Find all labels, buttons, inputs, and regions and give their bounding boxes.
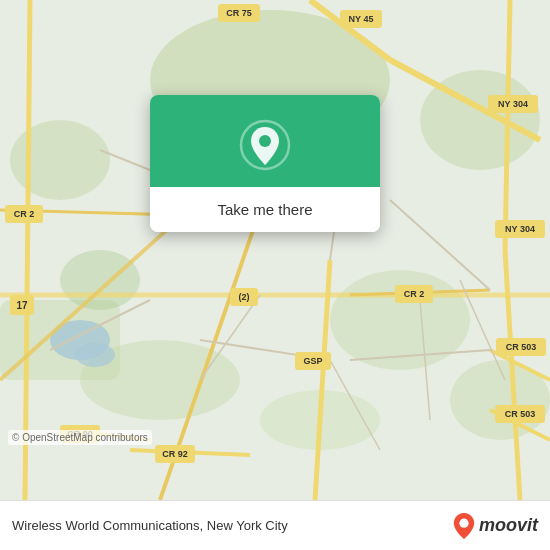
location-pin-icon bbox=[239, 119, 291, 171]
svg-text:NY 304: NY 304 bbox=[505, 224, 535, 234]
moovit-brand-text: moovit bbox=[479, 515, 538, 536]
svg-text:CR 92: CR 92 bbox=[162, 449, 188, 459]
attribution-text: © OpenStreetMap contributors bbox=[8, 430, 152, 445]
popup-header bbox=[150, 95, 380, 187]
svg-text:17: 17 bbox=[16, 300, 28, 311]
moovit-pin-icon bbox=[453, 513, 475, 539]
svg-text:CR 2: CR 2 bbox=[14, 209, 35, 219]
svg-text:CR 503: CR 503 bbox=[505, 409, 536, 419]
svg-text:CR 75: CR 75 bbox=[226, 8, 252, 18]
location-name: Wireless World Communications, New York … bbox=[12, 518, 288, 533]
map-container: CR 75 NY 45 NY 304 NY 304 CR 2 CR 2 CR 5… bbox=[0, 0, 550, 500]
svg-point-2 bbox=[10, 120, 110, 200]
svg-text:(2): (2) bbox=[239, 292, 250, 302]
moovit-logo: moovit bbox=[453, 513, 538, 539]
svg-text:CR 2: CR 2 bbox=[404, 289, 425, 299]
popup-card: Take me there bbox=[150, 95, 380, 232]
svg-point-9 bbox=[60, 250, 140, 310]
svg-point-66 bbox=[459, 518, 468, 527]
take-me-there-button[interactable]: Take me there bbox=[150, 187, 380, 232]
svg-point-65 bbox=[259, 135, 271, 147]
svg-point-11 bbox=[75, 343, 115, 367]
map-background: CR 75 NY 45 NY 304 NY 304 CR 2 CR 2 CR 5… bbox=[0, 0, 550, 500]
svg-text:NY 45: NY 45 bbox=[349, 14, 374, 24]
svg-text:GSP: GSP bbox=[303, 356, 322, 366]
svg-text:NY 304: NY 304 bbox=[498, 99, 528, 109]
svg-text:CR 503: CR 503 bbox=[506, 342, 537, 352]
bottom-bar: Wireless World Communications, New York … bbox=[0, 500, 550, 550]
